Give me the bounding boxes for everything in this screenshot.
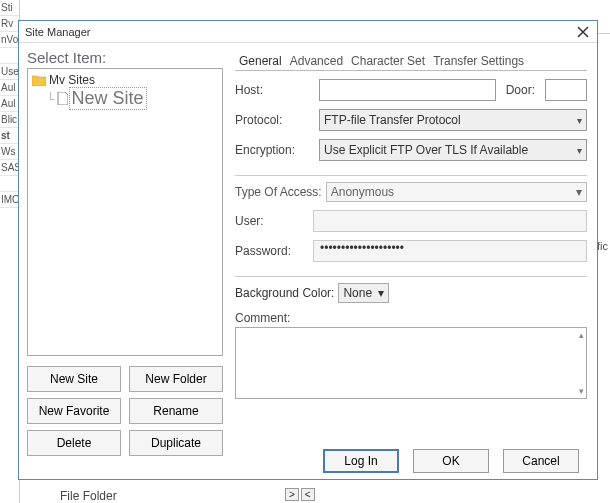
tab-general[interactable]: General bbox=[235, 52, 286, 70]
access-type-value: Anonymous bbox=[331, 185, 394, 199]
chevron-down-icon: ▾ bbox=[577, 115, 582, 126]
protocol-value: FTP-file Transfer Protocol bbox=[324, 113, 461, 127]
access-type-select[interactable]: Anonymous ▾ bbox=[326, 182, 587, 202]
cancel-button[interactable]: Cancel bbox=[503, 449, 579, 473]
tab-transfer[interactable]: Transfer Settings bbox=[429, 52, 528, 70]
door-label: Door: bbox=[506, 83, 535, 97]
bgcolor-select[interactable]: None ▾ bbox=[338, 283, 389, 303]
delete-button[interactable]: Delete bbox=[27, 430, 121, 456]
chevron-down-icon: ▾ bbox=[577, 145, 582, 156]
bgcolor-value: None bbox=[343, 286, 372, 300]
tree-connector: └ bbox=[46, 92, 55, 106]
host-label: Host: bbox=[235, 83, 313, 97]
tree-root-label: Mv Sites bbox=[49, 73, 95, 87]
tree-root[interactable]: Mv Sites bbox=[32, 73, 218, 87]
scroll-up-icon[interactable]: ▴ bbox=[579, 330, 584, 340]
site-tree[interactable]: Mv Sites └ New Site bbox=[27, 68, 223, 356]
tab-bar: General Advanced Character Set Transfer … bbox=[235, 49, 587, 71]
password-input[interactable]: •••••••••••••••••••• bbox=[313, 240, 587, 262]
access-type-label: Type Of Access: bbox=[235, 185, 322, 199]
select-item-label: Select Item: bbox=[27, 49, 223, 66]
encryption-select[interactable]: Use Explicit FTP Over TLS If Available ▾ bbox=[319, 139, 587, 161]
tree-child-label[interactable]: New Site bbox=[69, 87, 147, 110]
background-bottom-label: File Folder bbox=[60, 489, 117, 503]
host-input[interactable] bbox=[319, 79, 496, 101]
ok-button[interactable]: OK bbox=[413, 449, 489, 473]
chevron-down-icon: ▾ bbox=[378, 286, 384, 300]
login-button[interactable]: Log In bbox=[323, 449, 399, 473]
user-input[interactable] bbox=[313, 210, 587, 232]
encryption-label: Encryption: bbox=[235, 143, 313, 157]
bgcolor-label: Background Color: bbox=[235, 286, 334, 300]
protocol-label: Protocol: bbox=[235, 113, 313, 127]
password-label: Password: bbox=[235, 244, 313, 258]
door-input[interactable] bbox=[545, 79, 587, 101]
new-folder-button[interactable]: New Folder bbox=[129, 366, 223, 392]
left-panel: Select Item: Mv Sites └ New Site New Sit… bbox=[19, 43, 231, 441]
new-favorite-button[interactable]: New Favorite bbox=[27, 398, 121, 424]
rename-button[interactable]: Rename bbox=[129, 398, 223, 424]
user-label: User: bbox=[235, 214, 313, 228]
tab-advanced[interactable]: Advanced bbox=[286, 52, 347, 70]
close-icon[interactable] bbox=[575, 24, 591, 40]
new-site-button[interactable]: New Site bbox=[27, 366, 121, 392]
duplicate-button[interactable]: Duplicate bbox=[129, 430, 223, 456]
tree-child[interactable]: └ New Site bbox=[46, 87, 218, 110]
comment-label: Comment: bbox=[235, 311, 587, 325]
encryption-value: Use Explicit FTP Over TLS If Available bbox=[324, 143, 528, 157]
dialog-title: Site Manager bbox=[25, 26, 90, 38]
divider bbox=[235, 276, 587, 277]
titlebar: Site Manager bbox=[19, 21, 597, 43]
background-bottom-arrows: >< bbox=[285, 488, 315, 501]
comment-textarea[interactable]: ▴ ▾ bbox=[235, 327, 587, 399]
document-icon bbox=[57, 92, 68, 105]
protocol-select[interactable]: FTP-file Transfer Protocol ▾ bbox=[319, 109, 587, 131]
chevron-down-icon: ▾ bbox=[576, 185, 582, 199]
divider bbox=[235, 175, 587, 176]
right-panel: General Advanced Character Set Transfer … bbox=[231, 43, 597, 441]
folder-icon bbox=[32, 75, 46, 86]
site-manager-dialog: Site Manager Select Item: Mv Sites └ New… bbox=[18, 20, 598, 480]
tab-charset[interactable]: Character Set bbox=[347, 52, 429, 70]
scroll-down-icon[interactable]: ▾ bbox=[579, 386, 584, 396]
background-left-strip: StiRvnVo UseAulAulBlic stWsSAS IMO bbox=[0, 0, 20, 503]
